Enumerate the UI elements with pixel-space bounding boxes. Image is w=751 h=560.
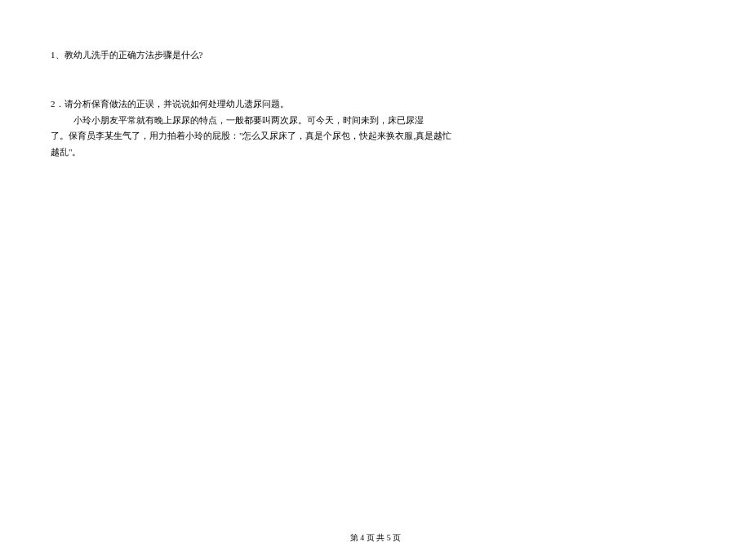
- question-2-line1: 2．请分析保育做法的正误，并说说如何处理幼儿遗尿问题。: [51, 96, 700, 113]
- question-2-line2: 小玲小朋友平常就有晚上尿尿的特点，一般都要叫两次尿。可今天，时间未到，床已尿湿: [51, 113, 700, 129]
- document-content: 1、教幼儿洗手的正确方法步骤是什么? 2．请分析保育做法的正误，并说说如何处理幼…: [0, 0, 751, 161]
- question-2-line3: 了。保育员李某生气了，用力拍着小玲的屁股："怎么又尿床了，真是个尿包，快起来换衣…: [51, 128, 700, 144]
- page-number: 第 4 页 共 5 页: [350, 533, 402, 542]
- question-2: 2．请分析保育做法的正误，并说说如何处理幼儿遗尿问题。 小玲小朋友平常就有晚上尿…: [51, 96, 700, 161]
- question-1-text: 1、教幼儿洗手的正确方法步骤是什么?: [51, 47, 700, 64]
- question-1: 1、教幼儿洗手的正确方法步骤是什么?: [51, 47, 700, 64]
- question-2-line4: 越乱"。: [51, 144, 700, 161]
- page-footer: 第 4 页 共 5 页: [0, 532, 751, 544]
